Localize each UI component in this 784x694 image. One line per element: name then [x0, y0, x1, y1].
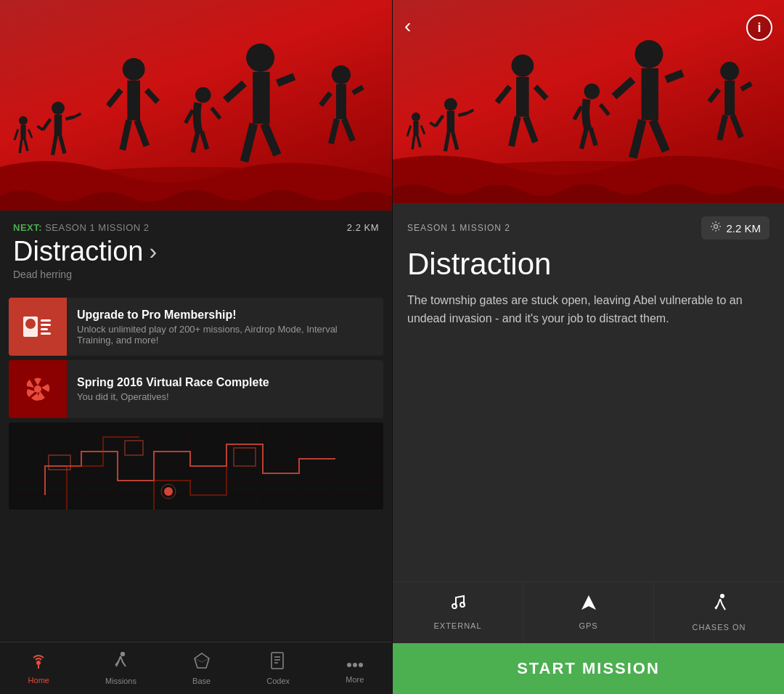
svg-line-17 [108, 90, 121, 106]
svg-point-117 [714, 225, 718, 229]
pro-membership-card[interactable]: Upgrade to Pro Membership! Unlock unlimi… [9, 298, 383, 356]
svg-point-80 [412, 113, 420, 121]
svg-rect-106 [642, 68, 658, 120]
svg-line-88 [436, 115, 443, 126]
nav-codex[interactable]: Codex [256, 646, 300, 691]
nav-more-label: More [346, 675, 364, 684]
chases-button[interactable]: CHASES ON [654, 582, 784, 643]
svg-line-109 [633, 120, 642, 158]
svg-line-35 [353, 87, 363, 93]
svg-rect-8 [54, 115, 62, 136]
svg-line-28 [226, 83, 245, 100]
book-icon [270, 652, 286, 674]
pro-card-content: Upgrade to Pro Membership! Unlock unlimi… [67, 300, 383, 354]
right-content: SEASON 1 MISSION 2 2.2 KM Distraction Th… [393, 203, 784, 581]
right-hero-image: ‹ i [393, 0, 784, 203]
svg-rect-33 [336, 84, 346, 119]
svg-line-4 [28, 129, 32, 138]
svg-line-97 [535, 86, 546, 98]
svg-point-66 [36, 661, 41, 665]
svg-line-31 [264, 124, 277, 155]
km-badge: 2.2 KM [701, 216, 769, 240]
mission-title: Distraction [13, 236, 144, 267]
svg-line-3 [15, 129, 18, 140]
svg-line-12 [75, 114, 81, 118]
svg-point-119 [460, 603, 465, 607]
svg-line-102 [600, 105, 609, 115]
race-card-subtitle: You did it, Operatives! [77, 391, 269, 402]
svg-line-92 [445, 133, 448, 151]
radio-icon [29, 653, 48, 673]
svg-line-6 [25, 140, 28, 151]
svg-line-14 [60, 136, 65, 153]
pro-card-subtitle: Unlock unlimited play of 200+ missions, … [77, 324, 373, 346]
svg-line-93 [453, 133, 457, 150]
svg-line-9 [43, 119, 51, 130]
svg-line-114 [741, 83, 751, 89]
nav-missions[interactable]: Missions [95, 646, 147, 691]
right-mission-title: Distraction [407, 247, 769, 282]
svg-line-110 [653, 120, 666, 151]
svg-line-30 [245, 124, 254, 162]
svg-line-36 [331, 119, 337, 144]
svg-line-83 [421, 126, 425, 134]
svg-line-115 [719, 115, 725, 140]
race-card-content: Spring 2016 Virtual Race Complete You di… [67, 367, 279, 411]
nav-more[interactable]: More [335, 648, 374, 690]
svg-rect-95 [516, 77, 529, 117]
svg-rect-42 [41, 328, 48, 330]
svg-point-32 [332, 65, 351, 84]
svg-line-23 [212, 108, 221, 118]
race-card[interactable]: Spring 2016 Virtual Race Complete You di… [9, 360, 383, 418]
nav-base-label: Base [192, 677, 211, 685]
svg-point-7 [52, 102, 65, 115]
race-card-title: Spring 2016 Virtual Race Complete [77, 376, 269, 389]
nav-missions-label: Missions [105, 677, 136, 685]
mission-subtitle: Dead herring [13, 269, 379, 280]
map-card[interactable] [9, 422, 383, 510]
cards-section: Upgrade to Pro Membership! Unlock unlimi… [0, 286, 392, 642]
svg-line-108 [666, 73, 682, 80]
svg-line-37 [344, 119, 353, 141]
svg-point-111 [720, 62, 739, 81]
chevron-icon: › [150, 238, 158, 265]
svg-line-113 [709, 89, 719, 102]
svg-point-121 [720, 594, 724, 598]
navigation-icon [580, 594, 597, 616]
svg-line-116 [732, 115, 741, 137]
svg-point-77 [353, 663, 357, 667]
nav-base[interactable]: Base [182, 646, 221, 691]
gps-button[interactable]: GPS [523, 582, 654, 643]
start-mission-button[interactable]: START MISSION [393, 643, 784, 694]
info-button[interactable]: i [746, 15, 772, 41]
svg-point-86 [444, 98, 457, 111]
svg-point-44 [34, 385, 41, 393]
svg-line-107 [614, 80, 633, 97]
svg-line-10 [38, 126, 44, 130]
diamond-icon [193, 652, 211, 674]
svg-line-98 [511, 117, 518, 147]
svg-line-85 [417, 136, 420, 147]
mission-title-link[interactable]: Distraction › [13, 236, 379, 267]
svg-rect-40 [41, 319, 51, 322]
back-button[interactable]: ‹ [404, 15, 411, 38]
svg-line-99 [526, 117, 535, 142]
svg-point-15 [123, 58, 145, 81]
season-row: SEASON 1 MISSION 2 2.2 KM [407, 216, 769, 240]
svg-line-20 [137, 121, 147, 146]
svg-point-69 [121, 652, 125, 656]
svg-point-1 [19, 116, 28, 125]
left-hero-image [0, 0, 392, 211]
svg-line-18 [147, 90, 158, 102]
svg-rect-2 [20, 125, 25, 140]
svg-line-19 [123, 121, 129, 150]
svg-line-5 [20, 140, 21, 153]
svg-point-118 [452, 604, 457, 608]
svg-line-24 [192, 131, 197, 152]
dots-icon [346, 653, 364, 672]
svg-point-39 [25, 319, 36, 329]
mission-description: The township gates are stuck open, leavi… [407, 292, 769, 328]
external-button[interactable]: EXTERNAL [393, 582, 523, 643]
nav-home[interactable]: Home [18, 647, 60, 690]
membership-icon [9, 298, 67, 356]
